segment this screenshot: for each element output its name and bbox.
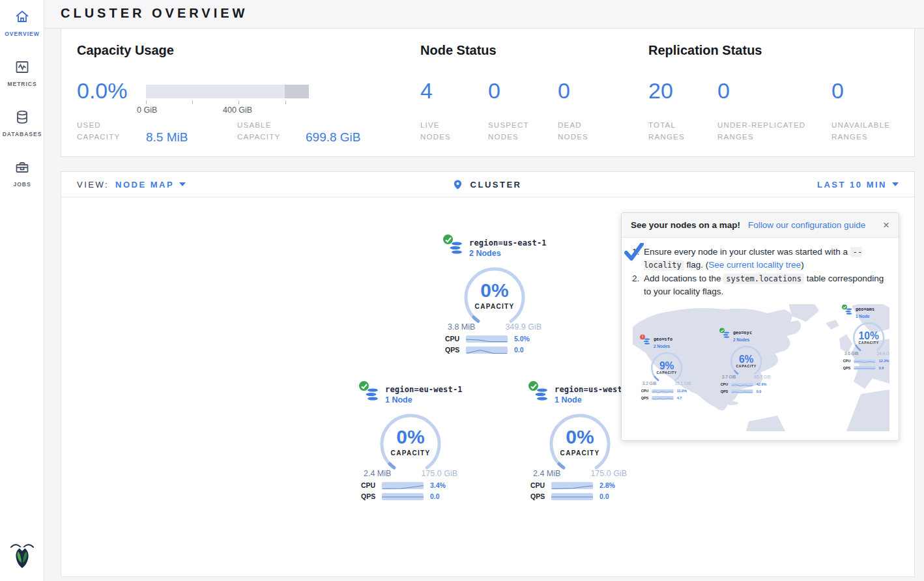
qps-label: QPS (530, 492, 551, 500)
live-nodes-label: LIVE NODES (420, 120, 466, 143)
gauge-percent: 0% (547, 426, 613, 448)
cpu-value: 2.8% (599, 481, 615, 489)
locality-card-us-east-1[interactable]: region=us-east-1 2 Nodes 0% CAPACITY 3.8… (439, 236, 550, 354)
popup-title: See your nodes on a map! (631, 220, 740, 230)
popup-body: 1.Ensure every node in your cluster was … (622, 238, 899, 440)
warning-icon: ! (640, 335, 645, 340)
locality-region-label: region=us-east-1 (469, 238, 550, 248)
used-capacity-value: 8.5 MiB (146, 130, 188, 145)
under-replicated-value: 0 (717, 78, 730, 104)
example-locality-geo-nyc: geo=nyc 2 Nodes 6% CAPACITY (717, 329, 775, 394)
capacity-gauge: 0% CAPACITY (462, 265, 527, 324)
close-icon[interactable]: × (883, 220, 889, 231)
locality-card-us-west-1[interactable]: region=us-west-1 1 Node 0% CAPACITY 2.4 … (525, 383, 635, 500)
qps-value: 0.0 (599, 492, 609, 500)
healthy-check-icon (719, 328, 725, 333)
usable-capacity-label: USABLE CAPACITY (237, 120, 296, 143)
gauge-percent: 0% (462, 279, 527, 302)
capacity-gauge: 0% CAPACITY (547, 412, 613, 470)
example-locality-geo-sfo: ! geo=sfo 2 Nodes (638, 335, 695, 401)
gauge-caption: CAPACITY (378, 449, 443, 457)
qps-label: QPS (361, 492, 382, 500)
capacity-axis-tick-0: 0 GiB (137, 106, 157, 115)
page-title: CLUSTER OVERVIEW (61, 6, 248, 21)
locality-tree-link[interactable]: See current locality tree (708, 260, 801, 270)
sidebar-item-overview[interactable]: OVERVIEW (0, 0, 44, 37)
healthy-check-icon (528, 381, 538, 391)
unavailable-ranges-value: 0 (831, 78, 844, 104)
cpu-value: 5.0% (514, 335, 530, 343)
node-status-title: Node Status (420, 43, 497, 58)
locality-card-eu-west-1[interactable]: region=eu-west-1 1 Node 0% CAPACITY 2.4 … (355, 383, 466, 500)
cpu-sparkline (551, 482, 593, 489)
qps-value: 0.0 (514, 346, 524, 354)
healthy-check-icon (359, 381, 369, 391)
qps-label: QPS (445, 346, 466, 354)
qps-value: 0.0 (430, 492, 440, 500)
healthy-check-icon (443, 234, 453, 244)
locality-region-label: region=eu-west-1 (385, 385, 466, 394)
sidebar-item-databases[interactable]: DATABASES (0, 87, 44, 137)
node-map-panel: VIEW: NODE MAP CLUSTER LAST 10 MIN (61, 171, 915, 577)
healthy-check-icon (842, 305, 847, 310)
locality-node-count: 1 Node (385, 395, 466, 404)
under-replicated-label: UNDER-REPLICATED RANGES (717, 120, 809, 143)
capacity-usage-title: Capacity Usage (77, 43, 174, 58)
popup-header: See your nodes on a map! Follow our conf… (622, 213, 899, 238)
cpu-label: CPU (445, 335, 466, 343)
gauge-caption: CAPACITY (547, 449, 613, 457)
view-toolbar: VIEW: NODE MAP CLUSTER LAST 10 MIN (61, 172, 914, 197)
chevron-down-icon (892, 182, 899, 186)
cpu-label: CPU (361, 481, 382, 489)
dead-nodes-value: 0 (558, 78, 570, 104)
usable-capacity-value: 699.8 GiB (306, 130, 361, 145)
sidebar-item-label: OVERVIEW (0, 31, 44, 37)
cockroachdb-logo (0, 541, 44, 572)
capacity-gauge: 0% CAPACITY (378, 412, 443, 470)
top-header: CLUSTER OVERVIEW (44, 0, 924, 29)
capacity-percent: 0.0% (77, 78, 128, 104)
sidebar-item-label: METRICS (0, 81, 44, 87)
sidebar: OVERVIEW METRICS DATABASES JOBS (0, 0, 44, 581)
capacity-axis-tick-400: 400 GiB (223, 106, 252, 115)
live-nodes-value: 4 (420, 78, 433, 104)
home-icon (14, 9, 30, 25)
total-ranges-value: 20 (648, 78, 673, 104)
sidebar-item-jobs[interactable]: JOBS (0, 137, 44, 188)
locality-node-count: 2 Nodes (469, 249, 550, 258)
database-icon (14, 109, 30, 125)
dead-nodes-label: DEAD NODES (558, 120, 603, 143)
suspect-nodes-label: SUSPECT NODES (488, 120, 534, 143)
cpu-label: CPU (530, 481, 551, 489)
replication-status-title: Replication Status (648, 43, 762, 58)
cpu-sparkline (466, 335, 508, 343)
cpu-sparkline (382, 482, 424, 489)
cpu-value: 3.4% (430, 481, 446, 489)
time-range-dropdown[interactable]: LAST 10 MIN (817, 180, 899, 190)
used-capacity-label: USED CAPACITY (77, 120, 129, 143)
gauge-caption: CAPACITY (462, 303, 527, 310)
map-pin-icon (454, 180, 462, 190)
config-step-2: 2.Add locations to the system.locations … (632, 272, 889, 298)
breadcrumb-cluster[interactable]: CLUSTER (61, 180, 914, 190)
node-map-config-popup: See your nodes on a map! Follow our conf… (621, 212, 899, 441)
configuration-guide-link[interactable]: Follow our configuration guide (748, 220, 865, 230)
node-map-canvas: region=us-east-1 2 Nodes 0% CAPACITY 3.8… (61, 197, 914, 576)
cluster-summary-panel: Capacity Usage 0.0% 0 GiB 400 GiB USED C… (61, 29, 915, 157)
qps-sparkline (466, 347, 508, 354)
example-locality-geo-ams: geo=ams 1 Node 10% CAPACITY (840, 305, 889, 371)
metrics-icon (14, 59, 30, 75)
sidebar-item-label: DATABASES (0, 131, 44, 137)
example-node-map-image: ! geo=sfo 2 Nodes (633, 304, 889, 431)
gauge-percent: 0% (378, 426, 443, 448)
qps-sparkline (551, 493, 593, 500)
capacity-bar-nonusable-segment (285, 85, 309, 98)
suspect-nodes-value: 0 (488, 78, 500, 104)
step-done-check-icon (624, 243, 644, 261)
sidebar-item-label: JOBS (0, 181, 44, 188)
config-step-1: 1.Ensure every node in your cluster was … (632, 246, 889, 271)
sidebar-item-metrics[interactable]: METRICS (0, 37, 44, 87)
qps-sparkline (382, 493, 424, 500)
system-locations-code: system.locations (723, 274, 804, 284)
briefcase-icon (14, 160, 30, 175)
